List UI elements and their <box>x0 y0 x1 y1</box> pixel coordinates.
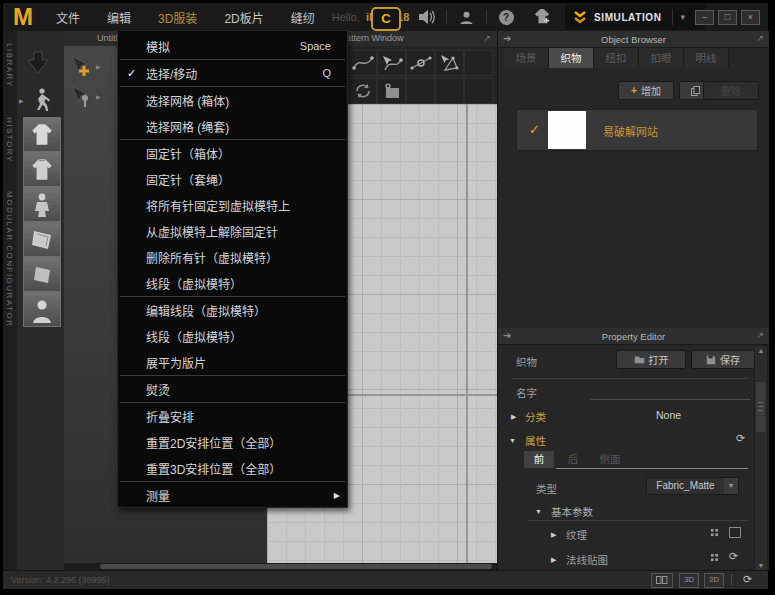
menu-item-pin-all-to-avatar[interactable]: 将所有针固定到虚拟模特上 <box>118 192 347 218</box>
menu-item-flatten-to-pattern[interactable]: 展平为版片 <box>118 349 347 375</box>
fabric-swatch[interactable] <box>548 111 586 149</box>
normal-map-collapse-icon[interactable]: ▶ <box>551 556 556 564</box>
object-browser-header[interactable]: ➔ Object Browser ↗ <box>498 31 769 48</box>
move-tool-icon[interactable] <box>68 53 94 79</box>
library-item-shirt-1[interactable] <box>23 117 61 152</box>
library-item-bust[interactable] <box>23 292 61 327</box>
delete-fabric-button[interactable]: 删除 <box>703 81 759 100</box>
popout-icon[interactable]: ↗ <box>756 330 764 340</box>
tool-cell[interactable] <box>435 78 464 104</box>
tab-back[interactable]: 后 <box>559 451 587 468</box>
category-label[interactable]: 分类 <box>525 409 546 424</box>
rail-tab-modular-configurator[interactable]: MODULAR CONFIGURATOR <box>5 191 14 327</box>
rail-tab-library[interactable]: LIBRARY <box>5 43 14 88</box>
menu-item-pin-lasso[interactable]: 固定针（套绳） <box>118 166 347 192</box>
menu-item-reset-3d-arrangement[interactable]: 重置3D安排位置（全部） <box>118 455 347 481</box>
add-garment-icon[interactable] <box>531 9 553 25</box>
tool-cell[interactable] <box>406 78 435 104</box>
minimize-button[interactable]: – <box>695 10 714 25</box>
popout-icon[interactable]: ↗ <box>483 33 491 43</box>
scroll-down-icon[interactable]: ▼ <box>755 562 767 569</box>
texture-grid-icon[interactable] <box>710 528 719 537</box>
property-editor-scrollbar[interactable]: ▲ ▼ <box>754 345 768 571</box>
help-icon[interactable]: ? <box>495 9 517 25</box>
library-item-avatar[interactable] <box>23 187 61 222</box>
menu-2d-pattern[interactable]: 2D板片 <box>221 7 266 28</box>
tab-buttonhole[interactable]: 扣眼 <box>639 48 684 68</box>
sync-tool-icon[interactable] <box>348 78 377 104</box>
maximize-button[interactable]: □ <box>718 10 737 25</box>
normal-map-grid-icon[interactable] <box>710 553 719 562</box>
library-item-fabric-1[interactable] <box>23 222 61 257</box>
basic-params-expand-icon[interactable]: ▼ <box>535 508 542 515</box>
simulation-control[interactable]: SIMULATION ▾ <box>565 4 705 30</box>
type-dropdown[interactable]: Fabric_Matte ▾ <box>646 477 739 495</box>
close-button[interactable]: × <box>741 10 760 25</box>
texture-slot-icon[interactable] <box>729 527 741 538</box>
tab-front[interactable]: 前 <box>524 451 554 468</box>
name-input[interactable] <box>591 399 751 400</box>
3d-view-button[interactable]: 3D <box>679 573 699 588</box>
menu-item-select-mesh-box[interactable]: 选择网格 (箱体) <box>118 87 347 113</box>
library-expand-icon[interactable]: ▶ <box>19 97 24 104</box>
texture-label[interactable]: 纹理 <box>566 527 587 542</box>
simulation-caret-icon[interactable]: ▾ <box>680 12 685 22</box>
add-point-tool-icon[interactable] <box>406 50 435 76</box>
check-icon[interactable]: ✓ <box>529 122 540 137</box>
basic-params-label[interactable]: 基本参数 <box>551 504 593 519</box>
menu-item-edit-segment-avatar[interactable]: 编辑线段（虚拟模特） <box>118 297 347 323</box>
reset-view-refresh-icon[interactable]: ⟳ <box>743 573 752 586</box>
open-fabric-button[interactable]: 打开 <box>616 350 686 369</box>
property-label[interactable]: 属性 <box>525 433 546 448</box>
tab-button[interactable]: 纽扣 <box>594 48 639 68</box>
tool-cell[interactable] <box>464 50 493 76</box>
scroll-up-icon[interactable]: ▲ <box>755 347 767 354</box>
horizontal-scrollbar[interactable] <box>64 563 497 570</box>
property-expand-icon[interactable]: ▼ <box>509 437 516 444</box>
normal-map-label[interactable]: 法线贴图 <box>566 552 608 567</box>
menu-edit[interactable]: 编辑 <box>104 7 134 28</box>
tool-expand-icon[interactable]: ▶ <box>96 63 101 70</box>
menu-item-segment-avatar[interactable]: 线段（虚拟模特） <box>118 270 347 296</box>
library-item-shirt-2[interactable] <box>23 152 61 187</box>
scrollbar-handle[interactable] <box>756 382 765 432</box>
pin-tool-icon[interactable] <box>68 83 94 109</box>
menu-item-select-mesh-lasso[interactable]: 选择网格 (绳套) <box>118 113 347 139</box>
save-fabric-button[interactable]: 保存 <box>691 350 755 369</box>
tool-cell[interactable] <box>464 78 493 104</box>
menu-item-segment-avatar-2[interactable]: 线段（虚拟模特） <box>118 323 347 349</box>
scrollbar-handle[interactable] <box>100 564 492 569</box>
account-icon[interactable] <box>455 9 477 25</box>
menu-file[interactable]: 文件 <box>53 7 83 28</box>
menu-item-pin-box[interactable]: 固定针（箱体） <box>118 140 347 166</box>
menu-item-fold-arrangement[interactable]: 折叠安排 <box>118 403 347 429</box>
menu-item-reset-2d-arrangement[interactable]: 重置2D安排位置（全部） <box>118 429 347 455</box>
stamp-tool-icon[interactable] <box>377 78 406 104</box>
library-item-fabric-2[interactable] <box>23 257 61 292</box>
normal-map-refresh-icon[interactable]: ⟳ <box>729 550 738 563</box>
menu-item-select-move[interactable]: ✓选择/移动Q <box>118 60 347 86</box>
add-fabric-button[interactable]: + 增加 <box>618 81 674 100</box>
tool-expand-icon[interactable]: ▶ <box>96 93 101 100</box>
texture-collapse-icon[interactable]: ▶ <box>551 531 556 539</box>
download-arrow-icon[interactable] <box>25 51 51 75</box>
tab-fabric[interactable]: 织物 <box>549 48 594 68</box>
menu-item-simulate[interactable]: 模拟Space <box>118 33 347 59</box>
avatar-walk-icon[interactable] <box>31 87 53 111</box>
menu-sewing[interactable]: 缝纫 <box>288 7 318 28</box>
tab-scene[interactable]: 场景 <box>504 48 549 68</box>
curve-tool-icon[interactable] <box>348 50 377 76</box>
fabric-list-item[interactable]: ✓ 易破解网站 <box>516 109 758 151</box>
dropdown-caret-icon[interactable]: ▾ <box>724 478 738 494</box>
property-editor-header[interactable]: ➔ Property Editor ↗ <box>498 328 769 345</box>
refresh-icon[interactable]: ⟳ <box>736 432 745 445</box>
menu-3d-garment[interactable]: 3D服装 <box>155 7 200 28</box>
rail-tab-history[interactable]: HISTORY <box>5 117 14 163</box>
menu-item-measure[interactable]: 测量▶ <box>118 482 347 508</box>
speaker-icon[interactable] <box>415 9 437 25</box>
popout-icon[interactable]: ↗ <box>756 33 764 43</box>
tab-topstitch[interactable]: 明线 <box>684 48 729 68</box>
clo-logo-icon[interactable]: C <box>371 7 401 31</box>
edit-curve-tool-icon[interactable] <box>377 50 406 76</box>
menu-item-iron[interactable]: 熨烫 <box>118 376 347 402</box>
